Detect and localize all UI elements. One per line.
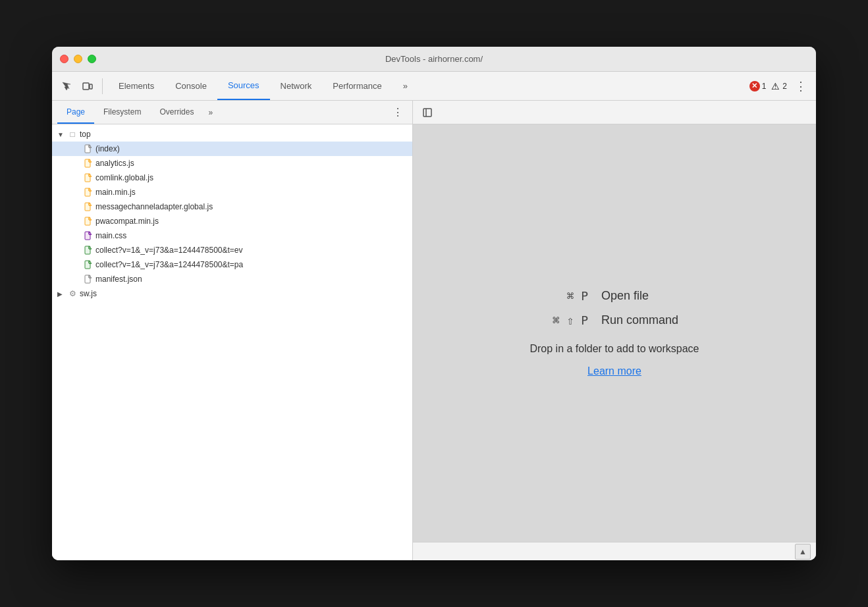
tree-label-index: (index) (95, 144, 120, 153)
tab-filesystem[interactable]: Filesystem (94, 101, 150, 124)
tree-label-comlink: comlink.global.js (95, 173, 153, 182)
tree-label-main-min: main.min.js (95, 188, 136, 197)
inspect-element-button[interactable] (57, 77, 76, 95)
error-icon: ✕ (749, 81, 760, 92)
tree-label-main-css: main.css (95, 231, 126, 240)
tree-row-top[interactable]: ▼ □ top (52, 127, 412, 142)
error-badge: ✕ 1 (749, 81, 767, 92)
warning-count: 2 (782, 82, 787, 91)
right-panel: ⌘ P Open file ⌘ ⇧ P Run command Drop in … (413, 101, 816, 560)
tree-row-collect2[interactable]: collect?v=1&_v=j73&a=1244478500&t=pa (52, 257, 412, 272)
tree-label-collect1: collect?v=1&_v=j73&a=1244478500&t=ev (95, 246, 243, 255)
file-icon-main-css (84, 230, 93, 241)
file-icon-pwacompat (84, 216, 93, 226)
right-panel-content: ⌘ P Open file ⌘ ⇧ P Run command Drop in … (413, 124, 816, 542)
file-tree: ▼ □ top (index) (52, 124, 412, 560)
tree-row-manifest[interactable]: manifest.json (52, 272, 412, 286)
expand-arrow-top: ▼ (57, 131, 65, 138)
tree-row-collect1[interactable]: collect?v=1&_v=j73&a=1244478500&t=ev (52, 243, 412, 257)
tree-label-sw: sw.js (80, 289, 97, 298)
gear-icon-sw: ⚙ (68, 288, 77, 299)
svg-rect-0 (83, 83, 89, 90)
toolbar-tabs: Elements Console Sources Network Perform… (108, 72, 747, 100)
tree-row-comlink[interactable]: comlink.global.js (52, 171, 412, 185)
file-icon-main-min (84, 187, 93, 198)
tree-row-sw[interactable]: ▶ ⚙ sw.js (52, 286, 412, 301)
file-icon-collect1 (84, 245, 93, 255)
right-panel-toolbar (413, 101, 816, 124)
toggle-sidebar-button[interactable] (418, 103, 437, 122)
panel-menu-button[interactable]: ⋮ (389, 101, 407, 124)
svg-rect-1 (90, 84, 92, 89)
file-icon-comlink (84, 172, 93, 183)
close-button[interactable] (60, 55, 68, 63)
file-icon-messagechannel (84, 201, 93, 212)
error-count: 1 (762, 82, 767, 91)
tab-page[interactable]: Page (57, 101, 94, 124)
tree-row-main-min[interactable]: main.min.js (52, 185, 412, 199)
tree-row-main-css[interactable]: main.css (52, 228, 412, 243)
shortcut-row-1: ⌘ P Open file (522, 289, 707, 303)
window-title: DevTools - airhorner.com/ (385, 54, 483, 64)
bottom-bar: ▲ (413, 542, 816, 560)
toolbar-more-button[interactable]: ⋮ (791, 79, 811, 93)
tree-label-analytics: analytics.js (95, 159, 134, 168)
warning-badge: ⚠ 2 (770, 81, 787, 92)
tree-row-index[interactable]: (index) (52, 142, 412, 156)
drop-workspace-text: Drop in a folder to add to workspace (529, 343, 699, 355)
tab-performance[interactable]: Performance (322, 72, 392, 100)
shortcut-row-2: ⌘ ⇧ P Run command (522, 313, 707, 327)
tab-overrides[interactable]: Overrides (150, 101, 203, 124)
folder-icon-top: □ (68, 129, 77, 140)
toolbar-right: ✕ 1 ⚠ 2 ⋮ (749, 79, 811, 93)
maximize-button[interactable] (88, 55, 96, 63)
file-icon-analytics (84, 158, 93, 169)
tree-row-analytics[interactable]: analytics.js (52, 156, 412, 171)
title-bar: DevTools - airhorner.com/ (52, 47, 816, 72)
tree-label-messagechannel: messagechanneladapter.global.js (95, 202, 213, 211)
panel-tabs: Page Filesystem Overrides » ⋮ (52, 101, 412, 124)
device-toggle-button[interactable] (78, 77, 97, 95)
main-toolbar: Elements Console Sources Network Perform… (52, 72, 816, 101)
tree-label-top: top (80, 130, 91, 139)
toolbar-separator (102, 78, 103, 94)
main-content: Page Filesystem Overrides » ⋮ (52, 101, 816, 560)
panel-tabs-more[interactable]: » (203, 101, 218, 124)
file-icon-index (84, 144, 93, 154)
tree-row-pwacompat[interactable]: pwacompat.min.js (52, 214, 412, 228)
tab-network[interactable]: Network (270, 72, 323, 100)
left-panel: Page Filesystem Overrides » ⋮ (52, 101, 413, 560)
shortcut-desc-1: Open file (601, 289, 707, 303)
shortcut-keys-1: ⌘ P (522, 289, 588, 303)
tab-sources[interactable]: Sources (217, 72, 270, 100)
traffic-lights (60, 55, 96, 63)
upload-button[interactable]: ▲ (795, 544, 811, 560)
svg-rect-12 (423, 109, 431, 117)
shortcut-keys-2: ⌘ ⇧ P (522, 313, 588, 327)
tree-label-collect2: collect?v=1&_v=j73&a=1244478500&t=pa (95, 260, 243, 269)
tree-row-messagechannel[interactable]: messagechanneladapter.global.js (52, 199, 412, 214)
devtools-window: DevTools - airhorner.com/ Elements Conso… (52, 47, 816, 560)
tab-more[interactable]: » (393, 72, 418, 100)
file-icon-manifest (84, 274, 93, 284)
tree-label-pwacompat: pwacompat.min.js (95, 217, 159, 226)
tab-elements[interactable]: Elements (108, 72, 165, 100)
expand-arrow-sw: ▶ (57, 290, 65, 298)
learn-more-link[interactable]: Learn more (587, 365, 641, 377)
minimize-button[interactable] (74, 55, 82, 63)
warning-icon: ⚠ (770, 81, 780, 92)
file-icon-collect2 (84, 259, 93, 270)
tab-console[interactable]: Console (165, 72, 217, 100)
shortcut-desc-2: Run command (601, 313, 707, 327)
tree-label-manifest: manifest.json (95, 275, 142, 284)
